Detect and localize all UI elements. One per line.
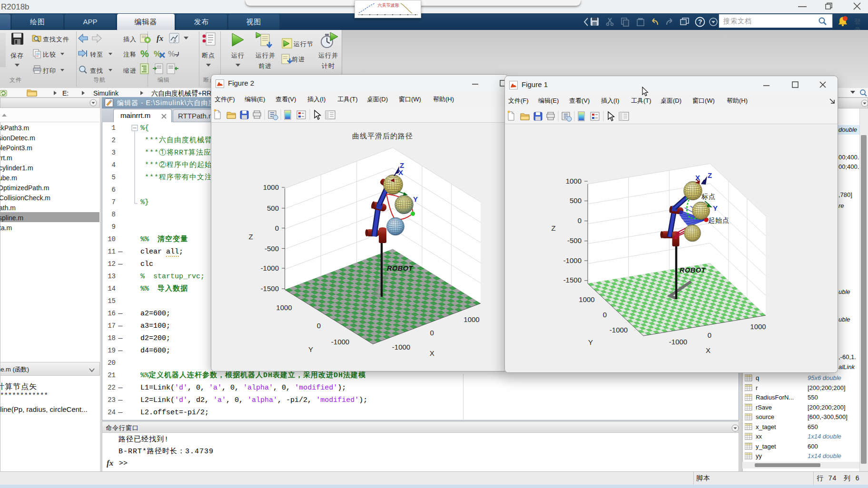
svg-text:-1000: -1000: [669, 338, 687, 346]
svg-text:0: 0: [708, 331, 711, 339]
svg-text:-500: -500: [265, 244, 279, 253]
svg-text:Z: Z: [248, 233, 253, 241]
svg-text:1000: 1000: [566, 177, 582, 185]
svg-text:?: ?: [698, 18, 702, 26]
svg-text:Y: Y: [413, 195, 418, 203]
svg-text:1000: 1000: [276, 303, 292, 312]
svg-text:%: %: [140, 49, 149, 59]
svg-text:Z: Z: [551, 224, 555, 232]
svg-text:1000: 1000: [750, 322, 766, 331]
svg-text:X: X: [430, 349, 434, 357]
svg-text:曲线平滑后的路径: 曲线平滑后的路径: [352, 132, 413, 140]
svg-text:Y: Y: [308, 345, 313, 353]
svg-text:-1500: -1500: [261, 284, 279, 293]
svg-text:0: 0: [578, 216, 582, 224]
svg-text:-1500: -1500: [563, 276, 582, 284]
svg-text:-1000: -1000: [563, 256, 582, 264]
svg-text:-500: -500: [567, 236, 582, 244]
svg-text:X: X: [695, 174, 700, 182]
svg-text:0: 0: [430, 329, 434, 337]
svg-text:Y: Y: [588, 338, 593, 346]
svg-text:1000: 1000: [464, 315, 479, 323]
svg-text:500: 500: [570, 196, 582, 205]
svg-text:标点: 标点: [701, 193, 716, 200]
svg-text:-1000: -1000: [392, 343, 410, 351]
svg-text:Z: Z: [708, 171, 712, 179]
svg-text:六关节波形: 六关节波形: [378, 3, 399, 8]
svg-text:ROBOT: ROBOT: [680, 266, 706, 274]
svg-text:X: X: [398, 168, 403, 176]
svg-text:-1000: -1000: [610, 326, 628, 334]
svg-text:fx: fx: [157, 34, 164, 43]
svg-text:500: 500: [267, 204, 279, 212]
svg-text:X: X: [706, 346, 710, 354]
svg-text:fi: fi: [174, 38, 177, 43]
svg-text:起始点: 起始点: [708, 216, 730, 224]
svg-text:-1000: -1000: [261, 264, 279, 272]
svg-text:1000: 1000: [263, 183, 279, 191]
svg-text:1000: 1000: [579, 295, 594, 303]
svg-text:0: 0: [317, 322, 321, 330]
svg-text:Y: Y: [713, 204, 718, 212]
svg-text:0: 0: [603, 311, 607, 319]
svg-text:-1000: -1000: [331, 338, 349, 346]
svg-text:ROBOT: ROBOT: [387, 264, 414, 272]
svg-text:0: 0: [275, 224, 279, 232]
svg-text:%: %: [168, 49, 175, 59]
